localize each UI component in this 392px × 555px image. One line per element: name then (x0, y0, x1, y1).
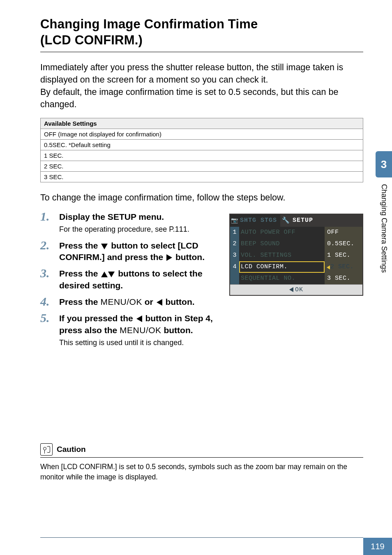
steps-list: Display the SETUP menu. For the operatin… (40, 211, 223, 348)
triangle-left-icon (157, 299, 162, 306)
step-4-head: Press the MENU/OK or button. (59, 296, 223, 308)
lcd-row-selected: 4 LCD CONFIRM. 2 SEC. (230, 261, 362, 273)
settings-cell: 3 SEC. (41, 171, 363, 182)
triangle-up-icon (101, 272, 108, 277)
intro-paragraph: Immediately after you press the shutter … (40, 61, 363, 111)
lead-paragraph: To change the image confirmation time, f… (40, 191, 363, 204)
step-5-text-a: If you pressed the (59, 313, 136, 323)
caution-title: Caution (57, 445, 86, 454)
step-2: Press the button to select [LCD CONFIRM.… (40, 240, 223, 263)
caution-icon (40, 443, 53, 456)
lcd-row: 3 VOL. SETTINGS 1 SEC. (230, 250, 362, 261)
step-2-text-c: button. (175, 252, 205, 262)
lcd-row-val: 3 SEC. (325, 273, 362, 284)
footer-rule (40, 537, 363, 538)
lcd-val-text: 2 SEC. (330, 263, 354, 270)
title-line-2: (LCD CONFIRM.) (40, 33, 143, 47)
table-row: 0.5SEC. *Default setting (41, 139, 363, 150)
table-row: OFF (Image not displayed for confirmatio… (41, 129, 363, 139)
step-2-text-a: Press the (59, 241, 100, 250)
lcd-row-val: OFF (325, 227, 362, 238)
camera-mode-icon: 📷 (230, 217, 239, 224)
lcd-row-key: AUTO POWER OFF (239, 227, 325, 238)
wrench-icon: 🔧 (282, 216, 290, 224)
step-1-head: Display the SETUP menu. (59, 211, 223, 223)
lcd-row-key: VOL. SETTINGS (239, 250, 325, 261)
settings-header: Available Settings (41, 118, 363, 129)
step-5-sub: This setting is used until it is changed… (59, 338, 223, 348)
table-row: 3 SEC. (41, 171, 363, 182)
step-5: If you pressed the button in Step 4, pre… (40, 313, 223, 348)
title-line-1: Changing Image Confirmation Time (40, 17, 258, 31)
lcd-footer-label: OK (295, 286, 303, 293)
settings-cell: 0.5SEC. *Default setting (41, 139, 363, 150)
step-3-text-a: Press the (59, 269, 100, 278)
lcd-tab-setup: 🔧 SETUP (280, 214, 362, 227)
step-4-text-a: Press the (59, 297, 100, 306)
lcd-row-val: 0.5SEC. (325, 238, 362, 250)
settings-cell: 1 SEC. (41, 150, 363, 161)
lcd-row-num: 1 (230, 227, 239, 238)
menu-ok-label: MENU/OK (120, 325, 161, 335)
table-row: 2 SEC. (41, 161, 363, 171)
lcd-rows: 1 AUTO POWER OFF OFF 2 BEEP SOUND 0.5SEC… (230, 227, 362, 284)
lcd-row-num: 2 (230, 238, 239, 250)
lcd-row-key: LCD CONFIRM. (239, 261, 325, 273)
step-2-head: Press the button to select [LCD CONFIRM.… (59, 240, 223, 263)
step-5-head: If you pressed the button in Step 4, pre… (59, 313, 223, 336)
page-number: 119 (363, 538, 392, 555)
lcd-row-num: 4 (230, 261, 239, 273)
settings-cell: 2 SEC. (41, 161, 363, 171)
triangle-down-icon (101, 244, 108, 249)
title-rule (40, 52, 363, 52)
caution-section: Caution When [LCD CONFIRM.] is set to 0.… (40, 443, 363, 482)
lcd-row-val: 1 SEC. (325, 250, 362, 261)
lcd-row: SEQUENTIAL NO. 3 SEC. (230, 273, 362, 284)
menu-ok-label: MENU/OK (100, 297, 142, 306)
lcd-row: 2 BEEP SOUND 0.5SEC. (230, 238, 362, 250)
triangle-right-icon (166, 254, 172, 261)
lcd-footer: OK (230, 284, 362, 295)
lcd-row-key: SEQUENTIAL NO. (239, 273, 325, 284)
chapter-label: Changing Camera Settings (380, 180, 388, 307)
triangle-down-icon (108, 272, 115, 277)
lcd-row: 1 AUTO POWER OFF OFF (230, 227, 362, 238)
step-1-sub: For the operating procedure, see P.111. (59, 224, 223, 235)
side-tab: 3 Changing Camera Settings (376, 151, 392, 307)
table-row: 1 SEC. (41, 150, 363, 161)
available-settings-table: Available Settings OFF (Image not displa… (40, 118, 363, 182)
lcd-tabs: 📷 SHTG STGS 🔧 SETUP (230, 214, 362, 227)
lcd-row-num (230, 273, 239, 284)
lcd-row-val-selected: 2 SEC. (325, 261, 362, 273)
lcd-tab-setup-label: SETUP (293, 217, 313, 224)
step-3-head: Press the buttons to select the desired … (59, 268, 215, 291)
lcd-tab-shtg: SHTG STGS (239, 217, 280, 224)
lcd-row-key: BEEP SOUND (239, 238, 325, 250)
lcd-screenshot: 📷 SHTG STGS 🔧 SETUP 1 AUTO POWER OFF OFF… (229, 214, 363, 296)
lcd-row-num: 3 (230, 250, 239, 261)
triangle-left-icon (289, 287, 293, 292)
step-5-text-c: button. (164, 325, 193, 335)
step-4-text-b: or (145, 297, 156, 306)
triangle-left-icon (327, 265, 330, 269)
step-4-text-c: button. (165, 297, 194, 306)
settings-cell: OFF (Image not displayed for confirmatio… (41, 129, 363, 139)
triangle-left-icon (136, 315, 142, 322)
step-1: Display the SETUP menu. For the operatin… (40, 211, 223, 235)
step-4: Press the MENU/OK or button. (40, 296, 223, 308)
page-title: Changing Image Confirmation Time (LCD CO… (40, 16, 363, 48)
chapter-number-badge: 3 (376, 151, 392, 177)
step-3: Press the buttons to select the desired … (40, 268, 223, 291)
caution-body: When [LCD CONFIRM.] is set to 0.5 second… (40, 462, 363, 482)
